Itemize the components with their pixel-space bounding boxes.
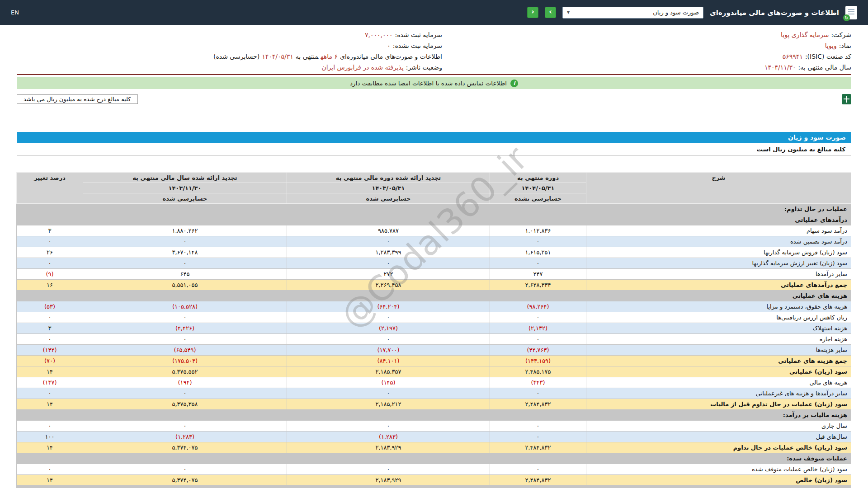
value-change-percent: ۱۴ xyxy=(17,442,83,453)
row-label: جمع درآمدهای عملیاتی xyxy=(586,280,851,291)
table-data-row: سود (زیان) فروش سرمایه گذاریها۱,۶۱۵,۲۵۱۱… xyxy=(17,247,851,258)
info-label: کد صنعت (ISIC): xyxy=(805,53,851,60)
value-current-period xyxy=(490,453,586,464)
value-restated-period: ۰ xyxy=(287,464,490,475)
value-change-percent: ۳ xyxy=(17,225,83,236)
company-info-row: نماد:وپویا xyxy=(442,40,851,51)
value-restated-period: ۲,۱۸۵,۲۱۲ xyxy=(287,399,490,410)
page-title: اطلاعات و صورت‌های مالی میاندوره‌ای xyxy=(710,9,839,17)
value-restated-year: ۱,۸۸۰,۲۶۲ xyxy=(83,225,287,236)
company-info-row: شرکت:سرمایه گذاری پویا xyxy=(442,29,851,40)
value-current-period: (۳۴۳) xyxy=(490,377,586,388)
value-restated-period xyxy=(287,410,490,421)
value-change-percent xyxy=(17,204,83,215)
value-change-percent: (۷۰) xyxy=(17,356,83,366)
value-restated-year xyxy=(83,215,287,225)
logo-refresh-icon: ↻ xyxy=(843,14,850,21)
value-change-percent: ۰ xyxy=(17,334,83,345)
value-change-percent: ۰ xyxy=(17,258,83,269)
table-data-row: سود (زیان) عملیات در حال تداوم قبل از ما… xyxy=(17,399,851,410)
value-restated-year: ۰ xyxy=(83,334,287,345)
language-en-link[interactable]: EN xyxy=(11,9,19,16)
col-header-change-percent: درصد تغییر xyxy=(17,173,83,204)
value-restated-year xyxy=(83,453,287,464)
value-restated-year: (۱,۲۸۳) xyxy=(83,432,287,442)
value-restated-year: ۵,۳۷۵,۳۵۸ xyxy=(83,399,287,410)
table-data-row: هزینه های حقوق، دستمزد و مزایا(۹۸,۲۶۴)(۶… xyxy=(17,301,851,312)
table-data-row: جمع درآمدهای عملیاتی۲,۶۲۸,۳۳۴۲,۲۶۹,۴۵۸۵,… xyxy=(17,280,851,291)
info-label: اطلاعات و صورت‌های مالی میاندوره‌ای xyxy=(340,53,442,60)
table-data-row: سود (زیان) تغییر ارزش سرمایه گذاریها۰۰۰۰ xyxy=(17,258,851,269)
value-restated-year: ۵,۵۵۱,۰۵۵ xyxy=(83,280,287,291)
info-label: شرکت: xyxy=(831,31,851,38)
signature-match-banner: i اطلاعات نمایش داده شده با اطلاعات امضا… xyxy=(17,77,851,89)
value-change-percent: ۱۴ xyxy=(17,475,83,486)
codal-logo-icon[interactable]: ↻ xyxy=(845,6,857,19)
table-data-row: زیان کاهش ارزش دریافتنی‌ها۰۰۰۰ xyxy=(17,312,851,323)
row-label: هزینه های حقوق، دستمزد و مزایا xyxy=(586,301,851,312)
banner-text: اطلاعات نمایش داده شده با اطلاعات امضا ش… xyxy=(350,80,507,87)
value-restated-year: (۴,۴۲۶) xyxy=(83,323,287,334)
value-current-period: ۰ xyxy=(490,258,586,269)
row-label: عملیات متوقف شده: xyxy=(586,453,851,464)
value-current-period: ۰ xyxy=(490,236,586,247)
value-restated-period: ۰ xyxy=(287,258,490,269)
nav-forward-button[interactable]: › xyxy=(545,7,556,18)
row-label: سود (زیان) تغییر ارزش سرمایه گذاریها xyxy=(586,258,851,269)
row-label: سود (زیان) خالص xyxy=(586,475,851,486)
value-restated-period: (۱,۲۸۳) xyxy=(287,432,490,442)
capital-info-row: وضعیت ناشر:پذیرفته شده در فرابورس ایران xyxy=(17,62,442,73)
capital-info-row: سرمایه ثبت شده:۷,۰۰۰,۰۰۰ xyxy=(17,29,442,40)
value-restated-year: ۰ xyxy=(83,388,287,399)
row-label: سود (زیان) عملیات در حال تداوم قبل از ما… xyxy=(586,399,851,410)
table-data-row: هزینه استهلاک(۲,۱۳۲)(۲,۱۹۷)(۴,۴۲۶)۳ xyxy=(17,323,851,334)
info-value: ۱۴۰۴/۱۱/۳۰ xyxy=(764,64,796,71)
value-restated-period: ۲,۱۸۵,۳۵۷ xyxy=(287,366,490,377)
info-label: (حسابرسی شده) xyxy=(213,53,259,60)
value-restated-period xyxy=(287,291,490,301)
value-restated-period: ۱,۲۸۳,۳۹۹ xyxy=(287,247,490,258)
value-change-percent: ۰ xyxy=(17,388,83,399)
company-info-section: شرکت:سرمایه گذاری پویانماد:وپویاکد صنعت … xyxy=(17,25,851,75)
row-label: هزینه استهلاک xyxy=(586,323,851,334)
value-restated-year: ۶۴۵ xyxy=(83,269,287,280)
row-label: درآمد سود تضمین شده xyxy=(586,236,851,247)
value-change-percent: ۰ xyxy=(17,312,83,323)
row-label: سود (زیان) عملیاتی xyxy=(586,366,851,377)
info-value: ۷,۰۰۰,۰۰۰ xyxy=(365,31,393,38)
table-section-row: عملیات در حال تداوم: xyxy=(17,204,851,215)
value-restated-year xyxy=(83,486,287,488)
value-change-percent xyxy=(17,215,83,225)
value-current-period: (۲,۱۳۲) xyxy=(490,323,586,334)
table-header: شرح دوره منتهی به تجدید ارائه شده دوره م… xyxy=(17,173,851,204)
col-header-restated-period: تجدید ارائه شده دوره مالی منتهی به xyxy=(287,173,490,183)
value-restated-year: (۱۷۵,۵۰۳) xyxy=(83,356,287,366)
value-restated-period: ۹۸۵,۷۸۷ xyxy=(287,225,490,236)
value-current-period: ۱,۶۱۵,۲۵۱ xyxy=(490,247,586,258)
capital-info-row: اطلاعات و صورت‌های مالی میاندوره‌ای۶ ماه… xyxy=(17,51,442,62)
table-data-row: سود (زیان) خالص۲,۴۸۴,۸۳۲۲,۱۸۳,۹۲۹۵,۳۷۴,۰… xyxy=(17,475,851,486)
info-value: وپویا xyxy=(825,42,837,49)
row-label: درآمد سود سهام xyxy=(586,225,851,236)
capital-info-column: سرمایه ثبت شده:۷,۰۰۰,۰۰۰سرمایه ثبت نشده:… xyxy=(17,29,442,73)
value-current-period: ۰ xyxy=(490,334,586,345)
table-data-row: درآمد سود سهام۱,۰۱۲,۸۳۶۹۸۵,۷۸۷۱,۸۸۰,۲۶۲۳ xyxy=(17,225,851,236)
table-data-row: سال‌های قبل۰(۱,۲۸۳)(۱,۲۸۳)۱۰۰ xyxy=(17,432,851,442)
table-data-row: جمع هزینه های عملیاتی(۱۴۳,۱۵۹)(۸۴,۱۰۱)(۱… xyxy=(17,356,851,366)
excel-export-icon[interactable] xyxy=(842,94,851,104)
table-data-row: هزینه اجاره۰۰۰۰ xyxy=(17,334,851,345)
value-change-percent xyxy=(17,410,83,421)
col-audit-restated-year: حسابرسی شده xyxy=(83,193,287,204)
value-restated-period: (۶۴,۲۰۴) xyxy=(287,301,490,312)
table-data-row: سایر هزینه‌ها(۴۲,۷۶۳)(۱۷,۷۰۰)(۶۵,۵۴۹)(۱۴… xyxy=(17,345,851,356)
row-label: هزینه های مالی xyxy=(586,377,851,388)
col-audit-restated-period: حسابرسی شده xyxy=(287,193,490,204)
nav-back-button[interactable]: ‹ xyxy=(527,7,538,18)
col-date-restated-period: ۱۴۰۳/۰۵/۳۱ xyxy=(287,183,490,193)
value-current-period: ۲,۴۸۴,۸۳۲ xyxy=(490,442,586,453)
info-icon: i xyxy=(510,80,518,87)
statement-select[interactable]: صورت سود و زیان ▼ xyxy=(562,7,703,19)
value-restated-period xyxy=(287,486,490,488)
value-restated-year: (۶۵,۵۴۹) xyxy=(83,345,287,356)
value-change-percent: ۰ xyxy=(17,236,83,247)
